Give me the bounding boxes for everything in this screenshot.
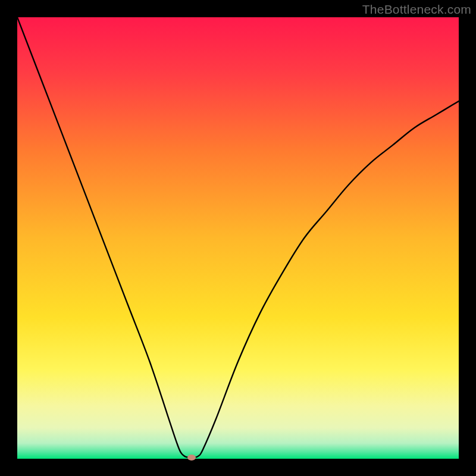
watermark-text: TheBottleneck.com <box>362 2 471 17</box>
plot-frame <box>17 17 459 459</box>
gradient-background <box>17 17 459 459</box>
optimum-marker-dot <box>187 455 196 461</box>
chart-svg <box>17 17 459 459</box>
